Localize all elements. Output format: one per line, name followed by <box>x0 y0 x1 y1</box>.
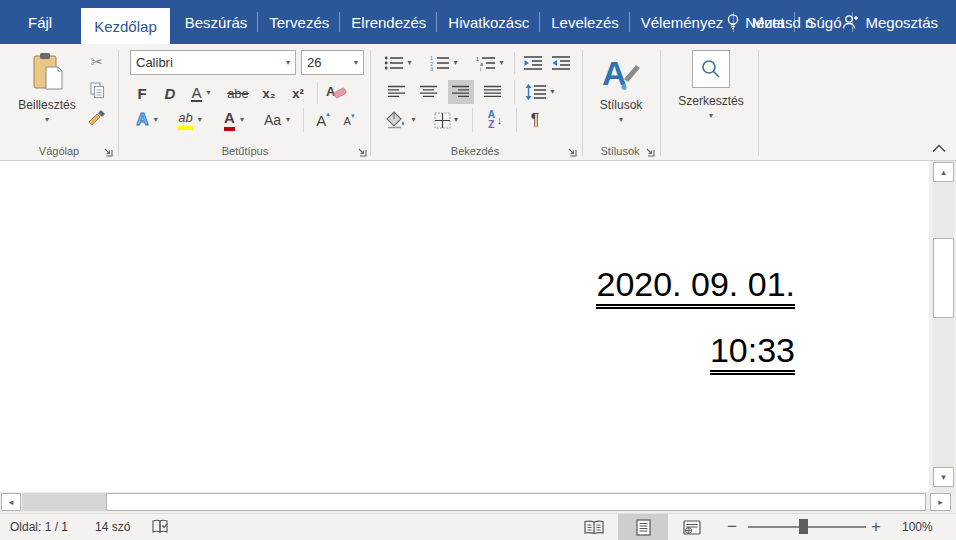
document-page[interactable]: 2020. 09. 01. 10:33 <box>0 161 929 492</box>
tab-mailings[interactable]: Levelezés <box>540 0 630 44</box>
multilevel-list-button[interactable]: 1ai ▾ <box>472 52 508 74</box>
document-line-date: 2020. 09. 01. <box>596 266 795 303</box>
underline-caret: ▾ <box>207 89 211 97</box>
read-mode-button[interactable] <box>576 514 612 540</box>
clipboard-group-label: Vágólap <box>14 145 104 157</box>
vertical-scrollbar-track[interactable] <box>933 161 954 492</box>
align-center-button[interactable] <box>416 80 442 104</box>
underline-label: A <box>191 85 201 102</box>
font-size-combobox[interactable]: 26 ▾ <box>301 50 364 75</box>
tell-me-label[interactable]: Mutasd n <box>752 14 814 31</box>
change-case-button[interactable]: Aa ▾ <box>259 108 295 132</box>
line-spacing-button[interactable]: ▾ <box>521 80 559 104</box>
horizontal-scrollbar[interactable]: ◂ ▸ <box>0 492 956 513</box>
strikethrough-button[interactable]: abe <box>223 82 253 104</box>
chevron-up-icon <box>932 144 946 153</box>
superscript-button[interactable]: x² <box>285 82 311 104</box>
scroll-down-button[interactable]: ▾ <box>933 467 954 487</box>
zoom-level-indicator[interactable]: 100% <box>902 514 933 540</box>
sort-letters: A Z <box>488 110 495 130</box>
line-spacing-caret: ▾ <box>550 88 554 96</box>
grow-font-button[interactable]: A ▴ <box>311 108 335 132</box>
show-hide-pilcrow-button[interactable]: ¶ <box>523 108 547 132</box>
align-right-button[interactable] <box>448 80 474 104</box>
copy-button[interactable] <box>86 80 108 100</box>
shrink-font-label: A <box>344 115 351 127</box>
group-separator <box>758 50 759 156</box>
horizontal-scrollbar-track[interactable] <box>22 493 106 511</box>
zoom-in-button[interactable]: + <box>871 514 881 540</box>
tab-home[interactable]: Kezdőlap <box>81 8 170 44</box>
scroll-left-button[interactable]: ◂ <box>1 493 21 511</box>
align-center-icon <box>420 85 438 99</box>
styles-button[interactable]: A Stílusok ▾ <box>588 50 654 136</box>
collapse-ribbon-button[interactable] <box>928 140 950 156</box>
styles-dialog-launcher-icon[interactable] <box>644 144 657 157</box>
word-count-indicator[interactable]: 14 szó <box>95 514 130 540</box>
increase-indent-button[interactable] <box>548 52 574 74</box>
scroll-right-button[interactable]: ▸ <box>930 493 951 511</box>
zoom-slider-thumb[interactable] <box>799 519 808 534</box>
decrease-indent-button[interactable] <box>520 52 546 74</box>
share-label[interactable]: Megosztás <box>865 14 938 31</box>
bullets-button[interactable]: ▾ <box>380 52 416 74</box>
tab-references[interactable]: Hivatkozásc <box>437 0 540 44</box>
cut-button[interactable]: ✂ <box>86 52 108 72</box>
paragraph-dialog-launcher-icon[interactable] <box>566 144 579 157</box>
subscript-button[interactable]: x₂ <box>256 82 282 104</box>
font-color-button[interactable]: A ▾ <box>216 108 252 132</box>
svg-text:i: i <box>480 66 481 71</box>
styles-caret: ▾ <box>619 116 623 124</box>
paragraph-group-label: Bekezdés <box>375 145 575 157</box>
numbering-caret: ▾ <box>453 59 457 67</box>
print-layout-button[interactable] <box>618 514 668 540</box>
clear-formatting-button[interactable]: A <box>323 80 349 104</box>
search-icon <box>692 50 730 88</box>
justify-button[interactable] <box>480 80 506 104</box>
ribbon-tab-bar: Fájl Kezdőlap Beszúrás Tervezés Elrendez… <box>0 0 956 44</box>
borders-button[interactable]: ▾ <box>427 108 465 132</box>
bullet-list-icon <box>384 55 404 71</box>
sort-button[interactable]: A Z ↓ <box>479 108 511 132</box>
font-dialog-launcher-icon[interactable] <box>356 144 369 157</box>
page-number-indicator[interactable]: Oldal: 1 / 1 <box>10 514 68 540</box>
read-mode-icon <box>584 520 604 535</box>
paste-button[interactable]: Beillesztés ▾ <box>14 50 80 136</box>
proofing-status-button[interactable] <box>152 514 170 540</box>
italic-button[interactable]: D <box>159 82 181 104</box>
group-separator <box>582 50 583 156</box>
font-name-combobox[interactable]: Calibri ▾ <box>130 50 296 75</box>
shading-button[interactable]: ▾ <box>382 108 420 132</box>
align-left-button[interactable] <box>384 80 410 104</box>
bold-button[interactable]: F <box>131 82 153 104</box>
triangle-left-icon: ◂ <box>9 497 14 507</box>
tab-design[interactable]: Tervezés <box>258 0 340 44</box>
scroll-up-button[interactable]: ▴ <box>933 162 954 182</box>
time-text: 10:33 <box>710 331 795 375</box>
font-size-caret: ▾ <box>354 59 358 67</box>
zoom-out-button[interactable]: − <box>727 514 737 540</box>
underline-button[interactable]: A ▾ <box>185 82 217 104</box>
font-size-value: 26 <box>307 55 321 70</box>
copy-icon <box>90 82 105 99</box>
tab-insert[interactable]: Beszúrás <box>174 0 259 44</box>
numbering-button[interactable]: 123 ▾ <box>426 52 462 74</box>
tab-review[interactable]: Véleményez <box>630 0 735 44</box>
change-case-caret: ▾ <box>286 116 290 124</box>
shrink-font-button[interactable]: A ▾ <box>338 110 360 132</box>
editing-button[interactable]: Szerkesztés ▾ <box>668 50 754 136</box>
clipboard-dialog-launcher-icon[interactable] <box>102 144 115 157</box>
vertical-scrollbar[interactable]: ▴ ▾ <box>929 161 956 492</box>
web-layout-button[interactable] <box>674 514 710 540</box>
styles-icon: A <box>600 50 642 96</box>
vertical-scrollbar-thumb[interactable] <box>933 238 954 318</box>
tab-layout[interactable]: Elrendezés <box>340 0 437 44</box>
text-effects-button[interactable]: A ▾ <box>130 108 164 132</box>
font-color-label: A <box>224 109 235 131</box>
horizontal-scrollbar-thumb[interactable] <box>106 493 926 511</box>
format-painter-button[interactable] <box>84 106 110 130</box>
increase-indent-icon <box>551 55 571 71</box>
text-highlight-button[interactable]: ab ▾ <box>172 108 208 132</box>
print-layout-icon <box>636 519 651 536</box>
tab-file[interactable]: Fájl <box>14 0 66 44</box>
